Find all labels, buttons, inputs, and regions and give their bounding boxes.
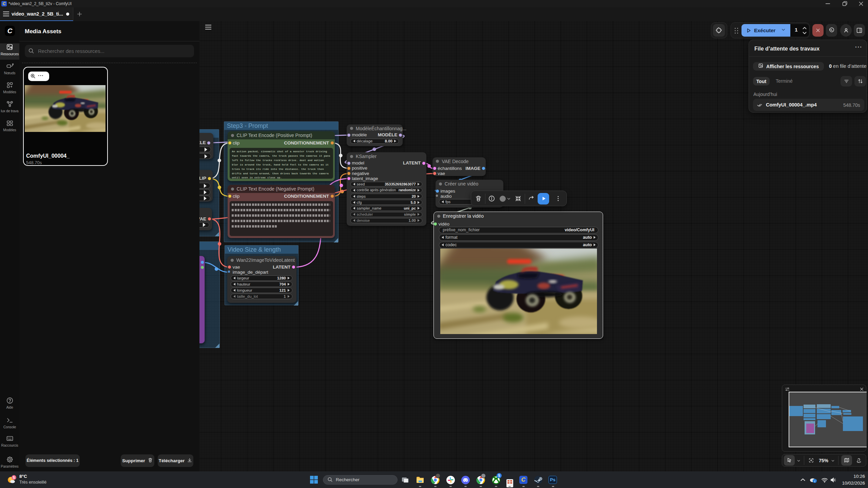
svg-text:5: 5 (13, 475, 15, 480)
